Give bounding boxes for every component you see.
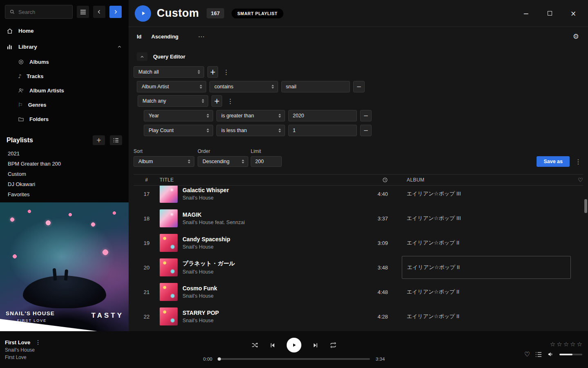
sidebar-item-home[interactable]: Home (0, 23, 129, 39)
rating-stars[interactable]: ☆ ☆ ☆ ☆ ☆ (550, 341, 582, 348)
column-album[interactable]: ALBUM (402, 177, 571, 183)
sidebar-item-tracks[interactable]: ♪ Tracks (0, 69, 129, 83)
track-duration: 4:28 (359, 314, 388, 320)
group-menu-button[interactable]: ⋮ (225, 97, 235, 105)
sort-select[interactable]: Album (134, 156, 194, 167)
play-pause-button[interactable] (287, 338, 301, 352)
remove-rule-button[interactable]: − (353, 81, 365, 92)
search-icon (9, 9, 15, 15)
sort-direction-button[interactable]: Ascending (151, 34, 178, 40)
favorite-button heart-icon[interactable]: ♡ (524, 351, 530, 358)
star-icon[interactable]: ☆ (577, 341, 582, 348)
rule-value-input[interactable] (281, 81, 350, 92)
table-row[interactable]: 22 STARRY POP Snail's House 4:28 エイリアン☆ポ… (134, 304, 583, 329)
rule-field-select[interactable]: Play Count (144, 125, 213, 136)
queue-button[interactable] (535, 352, 542, 357)
previous-button[interactable] (269, 342, 276, 349)
volume-slider[interactable] (559, 354, 582, 355)
track-menu-button[interactable]: ⋮ (35, 339, 41, 346)
table-row[interactable]: 17 Galactic Whisper Snail's House 4:40 エ… (134, 186, 583, 206)
remove-rule-button[interactable]: − (360, 110, 372, 121)
shuffle-button[interactable] (251, 341, 258, 349)
clock-icon (382, 177, 388, 183)
rule-operator-select[interactable]: is greater than (216, 110, 285, 121)
rule-value-input[interactable] (288, 125, 357, 136)
limit-input[interactable] (251, 156, 282, 167)
collapse-query-editor-button[interactable] (137, 52, 147, 61)
star-icon[interactable]: ☆ (550, 341, 555, 348)
seek-bar[interactable] (218, 358, 370, 360)
playlists-header: Playlists + (7, 135, 122, 145)
track-album-cell-selected[interactable]: エイリアン☆ポップ II (402, 256, 571, 279)
star-icon[interactable]: ☆ (557, 341, 562, 348)
rule-operator-select[interactable]: contains (209, 81, 278, 92)
back-button[interactable] (93, 6, 105, 18)
chevron-up-icon (140, 54, 145, 59)
track-album-cell[interactable]: エイリアン☆ポップ III (402, 207, 571, 230)
forward-button[interactable] (109, 6, 122, 18)
more-options-button[interactable]: ⋯ (198, 33, 205, 40)
now-playing-album: First Love (5, 355, 135, 360)
playlist-item[interactable]: Favorites (0, 189, 129, 200)
column-number[interactable]: # (134, 177, 160, 183)
match-any-select[interactable]: Match any (138, 95, 208, 107)
query-editor: Query Editor Match all + ⋮ Album Artist … (129, 52, 588, 136)
menu-button[interactable] (77, 6, 89, 18)
window-minimize-button[interactable]: − (520, 8, 532, 19)
sidebar-item-folders[interactable]: Folders (0, 112, 129, 126)
list-icon (113, 138, 119, 143)
column-title[interactable]: TITLE (160, 177, 359, 183)
track-album-cell[interactable]: エイリアン☆ポップ II (402, 231, 571, 254)
volume-button[interactable] (547, 351, 554, 358)
window-maximize-button[interactable] (544, 8, 555, 19)
save-as-button[interactable]: Save as (537, 156, 570, 167)
play-playlist-button[interactable] (135, 5, 151, 22)
playlist-item[interactable]: Custom (0, 169, 129, 179)
match-all-select[interactable]: Match all (134, 66, 204, 78)
sort-section-labels: Sort Order Limit (134, 148, 583, 154)
volume-fill (559, 354, 572, 355)
sidebar-item-genres[interactable]: ⚐ Genres (0, 98, 129, 112)
sidebar-item-album-artists[interactable]: Album Artists (0, 83, 129, 98)
table-row[interactable]: 20 プラネット・ガール Snail's House 3:48 エイリアン☆ポッ… (134, 255, 583, 280)
search-input[interactable] (18, 9, 68, 15)
sort-field-button[interactable]: Id (137, 34, 142, 40)
rule-value-input[interactable] (288, 110, 357, 121)
rule-field-select[interactable]: Year (144, 110, 213, 121)
add-rule-button[interactable]: + (207, 66, 218, 78)
sidebar-item-library[interactable]: Library (0, 39, 129, 55)
table-row[interactable]: 18 MAGIK Snail's House feat. Sennzai 3:3… (134, 206, 583, 231)
star-icon[interactable]: ☆ (564, 341, 569, 348)
rule-menu-button[interactable]: ⋮ (221, 68, 231, 76)
remove-rule-button[interactable]: − (360, 125, 372, 136)
search-box[interactable] (5, 5, 73, 19)
track-album-cell[interactable]: エイリアン☆ポップ II (402, 305, 571, 328)
rule-operator-select[interactable]: is less than (216, 125, 285, 136)
table-row[interactable]: 19 Candy Spaceship Snail's House 3:09 エイ… (134, 231, 583, 255)
order-select[interactable]: Descending (198, 156, 248, 167)
playlist-options-button[interactable] (110, 135, 122, 145)
save-menu-button[interactable]: ⋮ (573, 158, 583, 166)
next-button[interactable] (312, 342, 319, 349)
maximize-icon (548, 11, 552, 16)
column-duration[interactable] (359, 177, 388, 183)
track-album-cell[interactable]: エイリアン☆ポップ III (402, 186, 571, 205)
star-icon[interactable]: ☆ (570, 341, 575, 348)
window-close-button[interactable]: × (568, 8, 579, 19)
queue-icon (535, 352, 542, 357)
track-album-cell[interactable]: エイリアン☆ポップ II (402, 280, 571, 303)
repeat-button[interactable] (330, 341, 337, 349)
cover-rock-shape (23, 276, 106, 308)
table-row[interactable]: 21 Cosmo Funk Snail's House 4:48 エイリアン☆ポ… (134, 280, 583, 304)
scrollbar-thumb[interactable] (584, 199, 587, 213)
add-group-rule-button[interactable]: + (212, 95, 222, 107)
playlist-item[interactable]: DJ Okawari (0, 179, 129, 189)
settings-gear-button[interactable]: ⚙ (573, 32, 579, 40)
seek-handle[interactable] (218, 357, 221, 361)
playlist-item[interactable]: BPM Greater than 200 (0, 159, 129, 169)
rule-field-select[interactable]: Album Artist (137, 81, 206, 92)
sidebar-item-albums[interactable]: Albums (0, 55, 129, 69)
column-favorite heart-icon[interactable]: ♡ (571, 177, 583, 183)
add-playlist-button[interactable]: + (93, 135, 105, 145)
playlist-item[interactable]: 2021 (0, 148, 129, 159)
